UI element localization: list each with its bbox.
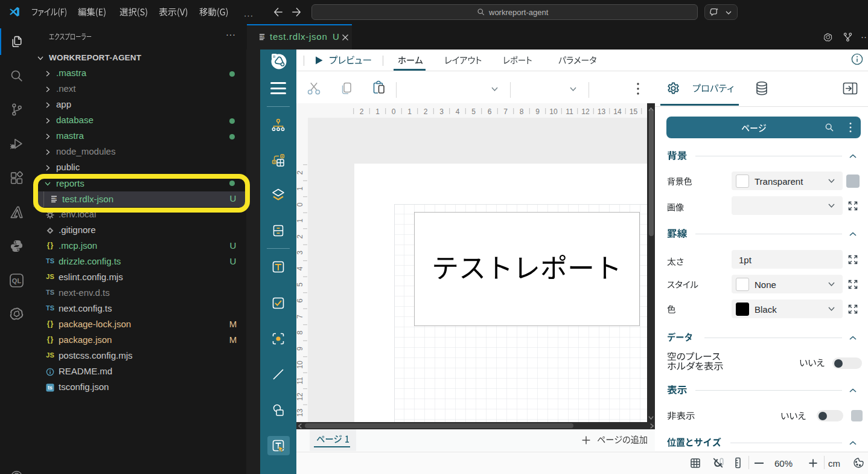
svg-text:1: 1	[407, 107, 412, 116]
svg-text:6: 6	[296, 298, 304, 303]
svg-text:10: 10	[296, 360, 304, 369]
svg-text:1: 1	[296, 219, 304, 223]
svg-text:6: 6	[488, 107, 492, 116]
svg-text:4: 4	[296, 266, 304, 271]
svg-text:R: R	[273, 55, 275, 59]
svg-text:1: 1	[375, 107, 380, 116]
svg-text:0: 0	[392, 107, 396, 116]
svg-text:10: 10	[549, 107, 558, 116]
svg-text:2: 2	[296, 234, 304, 239]
svg-text:8: 8	[296, 330, 304, 335]
svg-text:ts: ts	[48, 385, 53, 391]
svg-text:13: 13	[296, 409, 304, 417]
svg-text:2: 2	[296, 170, 304, 175]
svg-text:4: 4	[456, 107, 460, 116]
svg-text:QL: QL	[12, 277, 22, 284]
svg-text:14: 14	[613, 107, 622, 116]
svg-text:12: 12	[296, 392, 304, 401]
svg-text:13: 13	[598, 107, 606, 116]
svg-text:15: 15	[630, 107, 638, 116]
svg-text:11: 11	[296, 377, 304, 385]
svg-text:0: 0	[296, 202, 304, 207]
svg-text:8: 8	[520, 107, 524, 116]
svg-text:5: 5	[296, 283, 304, 287]
svg-text:9: 9	[535, 107, 540, 116]
svg-text:7: 7	[503, 107, 508, 116]
svg-text:1: 1	[296, 187, 304, 191]
svg-text:3: 3	[296, 251, 304, 255]
svg-text:11: 11	[566, 107, 573, 116]
svg-text:7: 7	[296, 315, 304, 319]
svg-text:12: 12	[581, 107, 590, 116]
svg-text:9: 9	[296, 347, 304, 351]
svg-text:2: 2	[424, 107, 428, 116]
svg-text:3: 3	[439, 107, 444, 116]
svg-text:2: 2	[360, 107, 364, 116]
svg-text:5: 5	[471, 107, 476, 116]
